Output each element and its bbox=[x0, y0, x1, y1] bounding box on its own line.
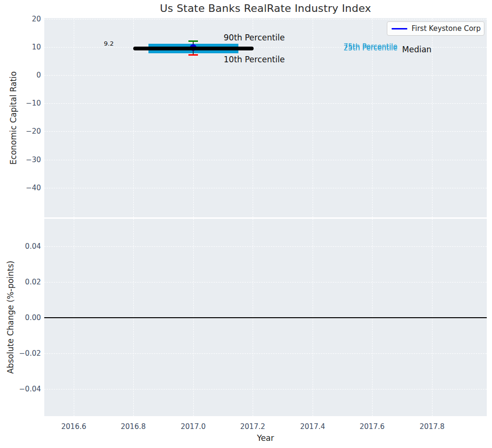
xtick: 2016.6 bbox=[58, 422, 89, 431]
gridline-horizontal bbox=[44, 19, 487, 19]
median-line bbox=[133, 47, 254, 50]
p90-label: 90th Percentile bbox=[224, 33, 285, 42]
p25-label: 25th Percentile bbox=[344, 44, 397, 52]
xtick: 2017.0 bbox=[177, 422, 209, 431]
gridline-horizontal bbox=[44, 389, 487, 390]
xlabel: Year bbox=[242, 433, 289, 443]
xtick: 2017.6 bbox=[356, 422, 388, 431]
gridline-horizontal bbox=[44, 103, 487, 104]
p10-label: 10th Percentile bbox=[224, 55, 285, 64]
ytick-bottom: 0.00 bbox=[16, 313, 41, 322]
ytick-bottom: −0.02 bbox=[16, 349, 41, 358]
zero-reference-line bbox=[44, 317, 487, 318]
legend-label: First Keystone Corp bbox=[412, 24, 481, 33]
bottom-ylabel: Absolute Change (%-points) bbox=[6, 246, 15, 389]
ytick-top: −40 bbox=[16, 184, 41, 192]
gridline-horizontal bbox=[44, 160, 487, 160]
figure: Us State Banks RealRate Industry Index 9… bbox=[0, 0, 492, 448]
gridline-horizontal bbox=[44, 131, 487, 132]
top-plot-area: 9.2 90th Percentile 10th Percentile 75th… bbox=[44, 18, 487, 217]
ytick-top: −20 bbox=[16, 127, 41, 136]
legend-line-swatch bbox=[392, 28, 407, 29]
ytick-top: 0 bbox=[16, 71, 41, 79]
ytick-top: 10 bbox=[16, 43, 41, 51]
bottom-plot-area bbox=[44, 219, 487, 416]
p10-cap bbox=[188, 54, 198, 56]
ytick-top: −10 bbox=[16, 99, 41, 107]
xtick: 2016.8 bbox=[118, 422, 149, 431]
ytick-top: −30 bbox=[16, 156, 41, 164]
gridline-horizontal bbox=[44, 246, 487, 247]
top-ylabel: Economic Capital Ratio bbox=[9, 47, 18, 189]
gridline-horizontal bbox=[44, 282, 487, 282]
ytick-bottom: −0.04 bbox=[16, 385, 41, 393]
xtick: 2017.2 bbox=[237, 422, 268, 431]
gridline-horizontal bbox=[44, 353, 487, 354]
ytick-bottom: 0.04 bbox=[16, 242, 41, 251]
gridline-horizontal bbox=[44, 188, 487, 188]
ytick-top: 20 bbox=[16, 15, 41, 23]
gridline-horizontal bbox=[44, 75, 487, 76]
chart-title: Us State Banks RealRate Industry Index bbox=[44, 2, 487, 14]
ytick-bottom: 0.02 bbox=[16, 278, 41, 286]
p90-cap bbox=[188, 40, 198, 42]
legend: First Keystone Corp bbox=[387, 21, 484, 36]
xtick: 2017.8 bbox=[416, 422, 448, 431]
xtick: 2017.4 bbox=[297, 422, 328, 431]
median-value-annotation: 9.2 bbox=[96, 40, 114, 47]
median-label: Median bbox=[402, 45, 432, 54]
